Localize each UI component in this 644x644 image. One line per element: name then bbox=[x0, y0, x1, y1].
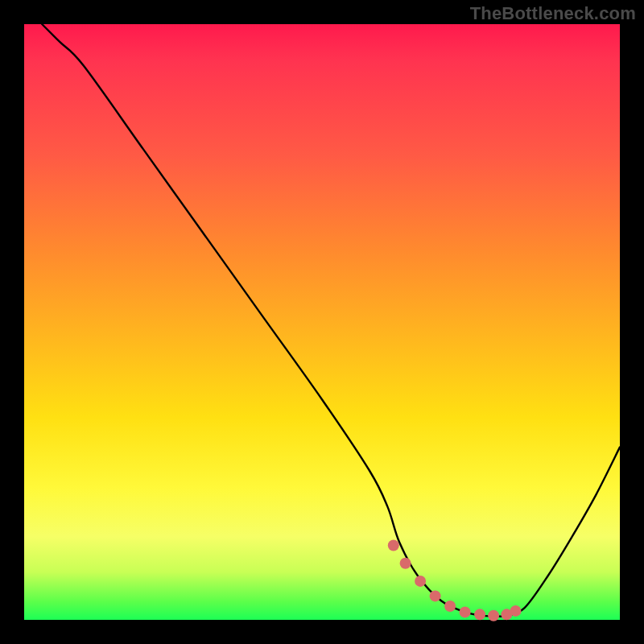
bottleneck-curve bbox=[42, 24, 620, 617]
optimal-marker bbox=[488, 610, 499, 621]
plot-area bbox=[24, 24, 620, 620]
optimal-marker bbox=[430, 590, 441, 601]
curve-svg bbox=[24, 24, 620, 620]
chart-frame: TheBottleneck.com bbox=[0, 0, 644, 644]
optimal-marker bbox=[388, 540, 399, 551]
optimal-marker bbox=[510, 605, 522, 617]
optimal-range-markers bbox=[388, 540, 522, 621]
optimal-marker bbox=[474, 609, 485, 620]
optimal-marker bbox=[415, 576, 426, 587]
optimal-marker bbox=[444, 601, 456, 612]
watermark-text: TheBottleneck.com bbox=[470, 3, 636, 24]
optimal-marker bbox=[400, 558, 411, 569]
optimal-marker bbox=[460, 606, 471, 617]
